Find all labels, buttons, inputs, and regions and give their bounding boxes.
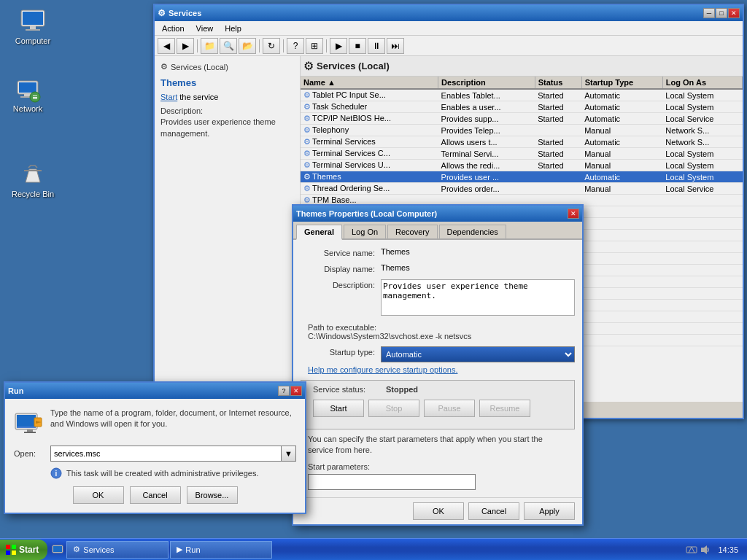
toolbar-pause-btn[interactable]: ⏸: [368, 38, 385, 54]
table-row[interactable]: ⚙Terminal Services Allows users t... Sta…: [301, 136, 743, 148]
run-title: Run: [8, 386, 278, 395]
help-link[interactable]: Help me configure service startup option…: [308, 365, 575, 374]
sidebar-header: ⚙ Services (Local): [160, 62, 294, 71]
run-header: Type the name of a program, folder, docu…: [14, 408, 296, 437]
table-row[interactable]: ⚙Thread Ordering Se... Provides order...…: [301, 183, 743, 195]
col-desc[interactable]: Description: [438, 77, 535, 89]
tab-logon[interactable]: Log On: [344, 225, 386, 238]
table-row[interactable]: ⚙Terminal Services U... Allows the redi.…: [301, 160, 743, 171]
taskbar-services-label: Services: [83, 545, 114, 554]
col-status[interactable]: Status: [535, 77, 581, 89]
toolbar-back-btn[interactable]: ◀: [158, 38, 175, 54]
toolbar-restart-btn[interactable]: ⏭: [387, 38, 404, 54]
toolbar-search-btn[interactable]: 🔍: [220, 38, 237, 54]
start-button[interactable]: Start: [0, 540, 47, 560]
col-logon[interactable]: Log On As: [662, 77, 742, 89]
taskbar-item-services[interactable]: ⚙ Services: [66, 541, 169, 559]
tab-general[interactable]: General: [296, 225, 342, 240]
col-name[interactable]: Name ▲: [301, 77, 438, 89]
run-admin-row: i This task will be created with adminis…: [50, 467, 296, 479]
toolbar-up-btn[interactable]: 📁: [201, 38, 218, 54]
network-tray-icon: [686, 544, 697, 556]
startup-type-select[interactable]: Automatic Manual Disabled: [381, 346, 575, 362]
services-close-btn[interactable]: ✕: [728, 8, 740, 18]
svc-control-buttons: Start Stop Pause Resume: [313, 400, 570, 417]
taskbar-item-run[interactable]: ▶ Run: [170, 541, 272, 559]
services-maximize-btn[interactable]: □: [716, 8, 727, 18]
toolbar-sep4: [326, 39, 327, 52]
taskbar-run-icon: ▶: [177, 545, 182, 554]
run-input[interactable]: [50, 446, 282, 462]
pause-service-btn[interactable]: Pause: [424, 400, 475, 417]
services-titlebar-title: Services: [169, 9, 703, 18]
table-row[interactable]: ⚙Telephony Provides Telep... Manual Netw…: [301, 125, 743, 136]
service-status-row: Service status: Stopped: [313, 385, 570, 394]
run-cancel-btn[interactable]: Cancel: [130, 486, 181, 504]
themes-dialog-close-btn[interactable]: ✕: [568, 209, 579, 219]
dialog-info-text: You can specify the start parameters tha…: [308, 434, 568, 456]
themes-dialog-titlebar: Themes Properties (Local Computer) ✕: [293, 206, 582, 222]
services-titlebar-icon: ⚙: [158, 8, 166, 18]
run-input-wrapper: ▼: [50, 446, 296, 462]
svg-rect-22: [12, 545, 16, 549]
run-titlebar: Run ? ✕: [5, 383, 305, 399]
toolbar-grid-btn[interactable]: ⊞: [306, 38, 323, 54]
svg-rect-14: [17, 427, 36, 428]
themes-apply-btn[interactable]: Apply: [524, 502, 575, 520]
menu-help[interactable]: Help: [219, 23, 247, 34]
path-label: Path to executable:: [308, 323, 575, 332]
sidebar-start-link[interactable]: Start: [160, 93, 177, 101]
table-row[interactable]: ⚙Tablet PC Input Se... Enables Tablet...…: [301, 89, 743, 101]
run-win-controls: ? ✕: [278, 386, 302, 396]
svg-rect-1: [23, 12, 43, 25]
run-footer: OK Cancel Browse...: [14, 486, 296, 504]
stop-service-btn[interactable]: Stop: [368, 400, 419, 417]
desktop-icon-label: Network: [13, 104, 42, 113]
tab-recovery[interactable]: Recovery: [387, 225, 437, 238]
table-row[interactable]: ⚙TCP/IP NetBIOS He... Provides supp... S…: [301, 113, 743, 125]
service-name-row: Service name: Themes: [301, 247, 575, 257]
services-minimize-btn[interactable]: ─: [703, 8, 715, 18]
description-textarea[interactable]: [381, 279, 575, 316]
toolbar-help-btn[interactable]: ?: [287, 38, 304, 54]
run-browse-btn[interactable]: Browse...: [187, 486, 238, 504]
toolbar-sep2: [259, 39, 260, 52]
toolbar-stop-btn[interactable]: ■: [349, 38, 366, 54]
description-row: Description:: [301, 279, 575, 317]
services-header-title: Services (Local): [317, 61, 390, 71]
svg-marker-28: [701, 545, 707, 554]
desktop-icon-recycle[interactable]: Recycle Bin: [7, 160, 58, 198]
table-row[interactable]: ⚙Terminal Services C... Terminal Servi..…: [301, 148, 743, 160]
run-description-text: Type the name of a program, folder, docu…: [50, 408, 296, 430]
toolbar-refresh-btn[interactable]: ↻: [263, 38, 280, 54]
start-service-btn[interactable]: Start: [313, 400, 364, 417]
desktop-icon-label: Recycle Bin: [12, 190, 54, 198]
run-ok-btn[interactable]: OK: [73, 486, 124, 504]
resume-service-btn[interactable]: Resume: [479, 400, 530, 417]
run-help-btn[interactable]: ?: [278, 386, 290, 396]
services-menubar: Action View Help: [155, 21, 743, 36]
svg-rect-13: [17, 415, 36, 427]
taskbar-network-icon: [50, 542, 65, 558]
toolbar-play-btn[interactable]: ▶: [330, 38, 347, 54]
svg-rect-3: [26, 29, 40, 31]
toolbar-folders-btn[interactable]: 📂: [239, 38, 256, 54]
menu-view[interactable]: View: [190, 23, 220, 34]
table-row[interactable]: ⚙Themes Provides user ... Automatic Loca…: [301, 171, 743, 183]
sidebar-desc-label: Description: Provides user experience th…: [160, 106, 294, 139]
themes-cancel-btn[interactable]: Cancel: [468, 502, 519, 520]
desktop-icon-computer[interactable]: Computer: [7, 7, 58, 45]
tab-dependencies[interactable]: Dependencies: [439, 225, 506, 238]
run-dropdown-btn[interactable]: ▼: [282, 446, 296, 462]
col-startup[interactable]: Startup Type: [581, 77, 662, 89]
desktop-icon-network[interactable]: Network: [2, 75, 53, 113]
toolbar-forward-btn[interactable]: ▶: [177, 38, 194, 54]
run-dialog: Run ? ✕ Type the name of a program, fold…: [4, 381, 306, 514]
run-close-btn[interactable]: ✕: [290, 386, 302, 396]
themes-ok-btn[interactable]: OK: [413, 502, 464, 520]
themes-dialog-tabs: General Log On Recovery Dependencies: [293, 222, 582, 240]
svg-text:i: i: [55, 470, 58, 478]
table-row[interactable]: ⚙Task Scheduler Enables a user... Starte…: [301, 101, 743, 113]
start-params-input[interactable]: [308, 474, 476, 490]
menu-action[interactable]: Action: [156, 23, 190, 34]
